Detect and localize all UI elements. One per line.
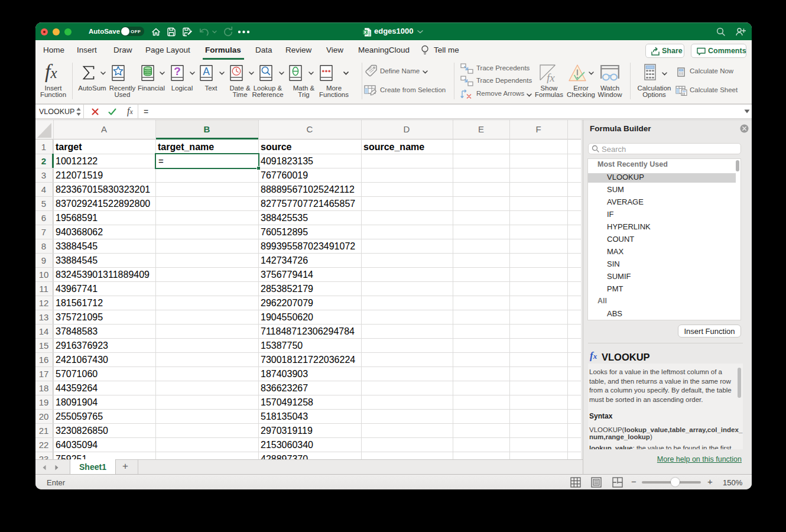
svg-text:?: ?	[174, 65, 181, 77]
svg-text:A: A	[203, 66, 210, 77]
svg-text:fx: fx	[547, 72, 555, 83]
